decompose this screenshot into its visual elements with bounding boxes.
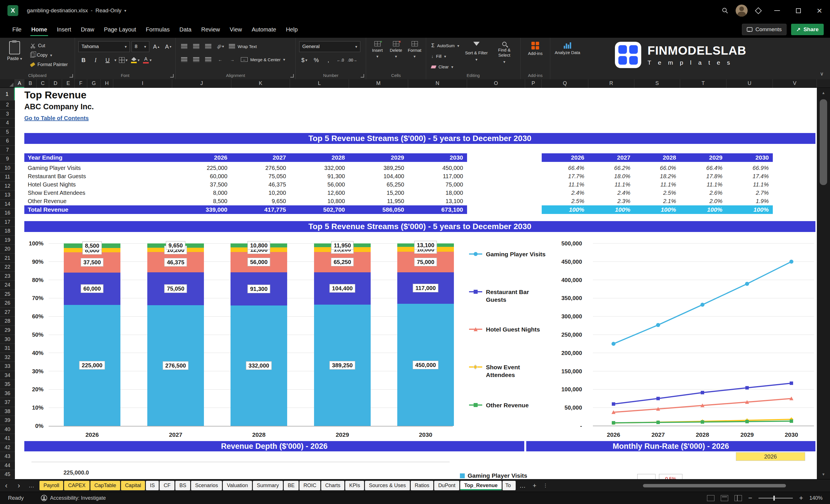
row-header-45[interactable]: 45 [0,470,15,479]
row-header-23[interactable]: 23 [0,272,15,281]
cell-pct-value[interactable]: 17.7% [547,172,584,181]
analyze-data-button[interactable]: Analyze Data [554,41,581,71]
cell-pct-value[interactable]: 2.5% [638,189,676,197]
number-dialog-launcher[interactable] [361,74,364,77]
align-left-button[interactable] [179,54,189,65]
vertical-scroll-thumb[interactable] [820,99,827,185]
sheet-nav-more-icon[interactable]: … [25,482,38,489]
wrap-text-button[interactable]: Wrap Text [227,42,259,51]
row-header-27[interactable]: 27 [0,308,15,317]
cell-pct-value[interactable]: 2.1% [638,197,676,206]
font-name-select[interactable]: Tahoma▾ [78,41,130,52]
fill-button[interactable]: ↓Fill▾ [429,52,461,61]
format-cells-button[interactable]: Format▾ [407,41,422,71]
row-header-6[interactable]: 6 [0,136,15,146]
align-bottom-button[interactable] [203,41,213,52]
row-header-16[interactable]: 16 [0,209,15,218]
align-top-button[interactable] [179,41,189,52]
increase-indent-button[interactable]: → [227,54,237,65]
paste-button[interactable]: Paste ▾ [3,41,26,71]
cell-pct-value[interactable]: 11.1% [638,181,676,189]
row-header-14[interactable]: 14 [0,200,15,209]
row-header-31[interactable]: 31 [0,344,15,353]
row-header-25[interactable]: 25 [0,290,15,299]
align-middle-button[interactable] [191,41,201,52]
row-header-33[interactable]: 33 [0,362,15,371]
sheet-tab-be[interactable]: BE [284,481,298,490]
sheet-tab-top-revenue[interactable]: Top_Revenue [460,481,502,490]
row-label[interactable]: Gaming Player Visits [28,164,81,172]
sheet-tab-valuation[interactable]: Valuation [223,481,252,490]
row-header-42[interactable]: 42 [0,443,15,452]
cell-value[interactable]: 37,500 [177,181,227,189]
decrease-font-button[interactable]: A▾ [163,41,173,52]
insert-cells-button[interactable]: + Insert▾ [370,41,385,71]
font-size-select[interactable]: 8▾ [132,41,149,52]
row-header-34[interactable]: 34 [0,371,15,380]
cell-value[interactable]: 276,500 [236,164,286,172]
page-title[interactable]: Top Revenue [24,89,86,101]
cell-value[interactable]: 12,600 [295,189,345,197]
cell-pct-value[interactable]: 66.2% [593,164,630,172]
table-header-year[interactable]: 2029 [354,153,404,162]
total-pct-value[interactable]: 100% [547,206,584,214]
column-header-J[interactable]: J [172,79,231,88]
total-value[interactable]: 339,000 [177,206,227,214]
account-avatar[interactable] [733,0,750,21]
italic-button[interactable]: I [90,55,101,65]
cell-pct-value[interactable]: 11.1% [685,181,723,189]
accounting-format-button[interactable]: $▾ [299,55,310,65]
document-title[interactable]: gambling-destination.xlsx - Read-Only ▾ [27,7,126,14]
diamond-icon[interactable] [750,0,767,21]
align-center-button[interactable] [191,54,201,65]
sheet-tab-captable[interactable]: CapTable [90,481,120,490]
row-header-36[interactable]: 36 [0,389,15,398]
row-header-40[interactable]: 40 [0,425,15,434]
row-header-10[interactable]: 10 [0,164,15,173]
table-header-year[interactable]: 2028 [295,153,345,162]
sheet-tab-capex[interactable]: CAPEX [64,481,90,490]
clipboard-dialog-launcher[interactable] [69,74,73,77]
row-header-30[interactable]: 30 [0,335,15,344]
menu-tab-formulas[interactable]: Formulas [141,21,174,38]
pct-header-year[interactable]: 2026 [547,153,584,162]
comments-button[interactable]: Comments [742,24,787,35]
clear-button[interactable]: Clear▾ [429,62,461,71]
row-header-28[interactable]: 28 [0,317,15,326]
row-header-24[interactable]: 24 [0,281,15,290]
maximize-button[interactable] [788,0,809,21]
banner-top[interactable]: Top 5 Revenue Streams ($'000) - 5 years … [24,133,816,144]
column-header-B[interactable]: B [24,79,37,88]
toc-link[interactable]: Go to Table of Contents [24,115,89,122]
column-header-L[interactable]: L [290,79,349,88]
sheet-nav-left-icon[interactable]: ‹ [0,481,12,490]
menu-tab-file[interactable]: File [7,21,26,38]
banner-monthly-runrate[interactable]: Monthly Run-Rate ($'000) - 2026 [526,441,816,451]
company-name[interactable]: ABC Company Inc. [24,102,94,111]
sheet-nav-right-icon[interactable]: › [12,481,25,490]
format-painter-button[interactable]: Format Painter [29,60,69,69]
page-layout-view-button[interactable] [721,495,728,501]
cell-value[interactable]: 13,100 [413,197,463,206]
column-header-H[interactable]: H [101,79,113,88]
row-header-3[interactable]: 3 [0,109,15,119]
sheet-tab-ratios[interactable]: Ratios [411,481,433,490]
cell-pct-value[interactable]: 11.1% [731,181,769,189]
column-header-M[interactable]: M [349,79,408,88]
share-button[interactable]: ↗ Share [791,24,824,35]
ribbon-collapse-chevron[interactable]: ∨ [820,71,824,77]
column-header-Q[interactable]: Q [542,79,588,88]
sheet-tab-cf[interactable]: CF [160,481,174,490]
column-header-T[interactable]: T [680,79,727,88]
sheet-tab-scenarios[interactable]: Scenarios [191,481,222,490]
row-header-26[interactable]: 26 [0,298,15,308]
row-header-44[interactable]: 44 [0,461,15,470]
percent-style-button[interactable]: % [311,55,321,65]
decrease-indent-button[interactable]: ← [215,54,225,65]
find-select-button[interactable]: Find & Select▾ [492,41,517,71]
row-header-2[interactable]: 2 [0,100,15,109]
sheet-tab-roic[interactable]: ROIC [299,481,320,490]
row-header-13[interactable]: 13 [0,190,15,200]
cell-value[interactable]: 117,000 [413,172,463,181]
total-pct-value[interactable]: 100% [685,206,723,214]
